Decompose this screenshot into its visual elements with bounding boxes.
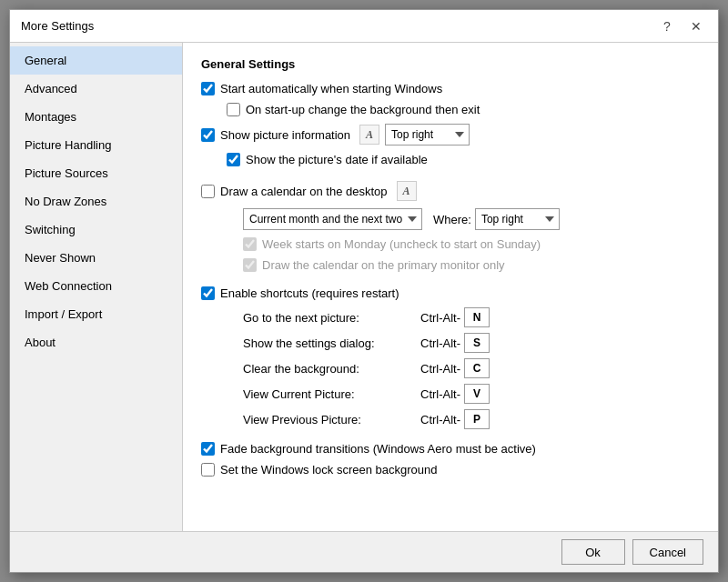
show-date-checkbox[interactable] — [227, 153, 240, 166]
shortcut-view-prev-label: View Previous Picture: — [243, 413, 420, 426]
shortcut-next-label: Go to the next picture: — [243, 311, 420, 325]
sidebar-item-montages[interactable]: Montages — [10, 103, 182, 131]
start-auto-checkbox[interactable] — [201, 82, 215, 95]
show-picture-info-row: Show picture information A Top right Top… — [201, 124, 700, 146]
draw-calendar-label[interactable]: Draw a calendar on the desktop — [201, 185, 388, 198]
font-icon-calendar[interactable]: A — [397, 181, 417, 201]
sidebar-item-general[interactable]: General — [10, 46, 182, 75]
ok-button[interactable]: Ok — [561, 539, 625, 565]
show-picture-info-checkbox[interactable] — [201, 128, 215, 142]
shortcut-view-prev-input[interactable] — [464, 409, 490, 429]
week-starts-checkbox[interactable] — [243, 237, 257, 251]
cancel-button[interactable]: Cancel — [632, 539, 703, 565]
position-dropdown-calendar[interactable]: Top right Top left Bottom right Bottom l… — [475, 208, 560, 230]
shortcut-row-settings: Show the settings dialog: Ctrl-Alt- — [201, 333, 700, 353]
enable-shortcuts-checkbox[interactable] — [201, 286, 215, 300]
shortcut-settings-label: Show the settings dialog: — [243, 336, 420, 350]
shortcut-view-current-keys: Ctrl-Alt- — [420, 387, 460, 401]
sidebar-item-about[interactable]: About — [10, 328, 182, 356]
sidebar-item-picture-sources[interactable]: Picture Sources — [10, 159, 182, 187]
shortcut-next-input[interactable] — [464, 307, 490, 327]
start-auto-label[interactable]: Start automatically when starting Window… — [201, 82, 442, 95]
shortcut-next-keys: Ctrl-Alt- — [420, 311, 460, 325]
draw-primary-label[interactable]: Draw the calendar on the primary monitor… — [243, 258, 505, 272]
startup-change-label[interactable]: On start-up change the background then e… — [227, 103, 480, 116]
dialog-content: General Advanced Montages Picture Handli… — [10, 43, 718, 531]
draw-primary-row: Draw the calendar on the primary monitor… — [201, 258, 700, 272]
startup-change-checkbox[interactable] — [227, 103, 240, 116]
shortcut-row-next: Go to the next picture: Ctrl-Alt- — [201, 307, 700, 327]
calendar-month-dropdown[interactable]: Current month and the next two Current m… — [243, 208, 422, 230]
start-auto-row: Start automatically when starting Window… — [201, 82, 700, 95]
week-starts-row: Week starts on Monday (uncheck to start … — [201, 237, 700, 251]
draw-primary-checkbox[interactable] — [243, 258, 257, 272]
dialog-title: More Settings — [21, 19, 94, 33]
sidebar-item-web-connection[interactable]: Web Connection — [10, 272, 182, 300]
dialog-footer: Ok Cancel — [10, 531, 718, 572]
fade-bg-label[interactable]: Fade background transitions (Windows Aer… — [201, 442, 536, 456]
lock-screen-label[interactable]: Set the Windows lock screen background — [201, 463, 437, 477]
sidebar-item-advanced[interactable]: Advanced — [10, 75, 182, 103]
shortcut-clear-input[interactable] — [464, 358, 490, 378]
shortcut-row-view-prev: View Previous Picture: Ctrl-Alt- — [201, 409, 700, 429]
sidebar-item-import-export[interactable]: Import / Export — [10, 300, 182, 328]
help-button[interactable]: ? — [656, 15, 678, 37]
title-bar-controls: ? ✕ — [656, 15, 707, 37]
sidebar-item-switching[interactable]: Switching — [10, 216, 182, 244]
where-label: Where: — [433, 213, 471, 226]
shortcut-clear-keys: Ctrl-Alt- — [420, 362, 460, 376]
shortcut-view-current-label: View Current Picture: — [243, 387, 420, 401]
shortcut-settings-keys: Ctrl-Alt- — [420, 336, 460, 350]
shortcut-row-clear: Clear the background: Ctrl-Alt- — [201, 358, 700, 378]
show-date-label[interactable]: Show the picture's date if available — [227, 153, 428, 166]
sidebar-item-never-shown[interactable]: Never Shown — [10, 244, 182, 272]
title-bar: More Settings ? ✕ — [10, 10, 718, 43]
week-starts-label[interactable]: Week starts on Monday (uncheck to start … — [243, 237, 541, 251]
sidebar: General Advanced Montages Picture Handli… — [10, 43, 183, 531]
calendar-position-row: Current month and the next two Current m… — [201, 208, 700, 230]
shortcut-clear-label: Clear the background: — [243, 362, 420, 376]
shortcut-view-prev-keys: Ctrl-Alt- — [420, 413, 460, 426]
draw-calendar-checkbox[interactable] — [201, 185, 215, 198]
draw-calendar-row: Draw a calendar on the desktop A — [201, 181, 700, 201]
sidebar-item-picture-handling[interactable]: Picture Handling — [10, 131, 182, 159]
show-date-row: Show the picture's date if available — [201, 153, 700, 166]
enable-shortcuts-row: Enable shortcuts (requires restart) — [201, 286, 700, 300]
font-icon-info[interactable]: A — [359, 125, 379, 145]
shortcut-row-view-current: View Current Picture: Ctrl-Alt- — [201, 384, 700, 404]
enable-shortcuts-label[interactable]: Enable shortcuts (requires restart) — [201, 286, 399, 300]
lock-screen-checkbox[interactable] — [201, 463, 215, 477]
main-panel: General Settings Start automatically whe… — [183, 43, 718, 531]
fade-bg-checkbox[interactable] — [201, 442, 215, 456]
position-dropdown-info[interactable]: Top right Top left Bottom right Bottom l… — [385, 124, 470, 146]
shortcut-settings-input[interactable] — [464, 333, 490, 353]
lock-screen-row: Set the Windows lock screen background — [201, 463, 700, 477]
startup-change-row: On start-up change the background then e… — [201, 103, 700, 116]
more-settings-dialog: More Settings ? ✕ General Advanced Monta… — [9, 9, 719, 573]
close-button[interactable]: ✕ — [685, 15, 707, 37]
sidebar-item-no-draw-zones[interactable]: No Draw Zones — [10, 187, 182, 216]
fade-bg-row: Fade background transitions (Windows Aer… — [201, 442, 700, 456]
shortcut-view-current-input[interactable] — [464, 384, 490, 404]
show-picture-info-label[interactable]: Show picture information — [201, 128, 350, 142]
section-title: General Settings — [201, 57, 700, 71]
